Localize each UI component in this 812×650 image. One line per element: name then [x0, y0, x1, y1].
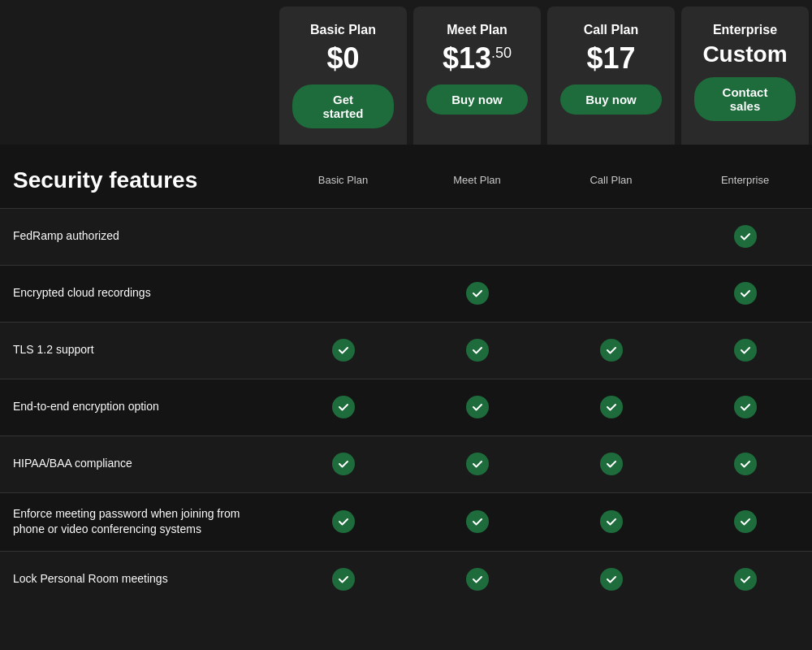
header-empty-cell — [0, 0, 276, 145]
check-icon — [734, 225, 757, 248]
table-row: Enforce meeting password when joining fr… — [0, 492, 812, 551]
feature-cell-5-3 — [678, 497, 812, 546]
table-row: TLS 1.2 support — [0, 322, 812, 379]
plan-price-meet: $13.50 — [426, 42, 528, 75]
check-icon — [734, 339, 757, 362]
feature-cell-1-0 — [276, 280, 410, 306]
table-row: Encrypted cloud recordings — [0, 265, 812, 322]
meet-buy-now-button[interactable]: Buy now — [426, 84, 528, 115]
feature-label-4: HIPAA/BAA compliance — [0, 443, 276, 485]
feature-cell-1-2 — [544, 280, 678, 306]
check-icon — [466, 339, 489, 362]
feature-cell-5-1 — [410, 497, 544, 546]
feature-cell-4-3 — [678, 440, 812, 488]
feature-cell-6-1 — [410, 555, 544, 604]
get-started-button[interactable]: Get started — [292, 84, 394, 128]
plan-price-call: $17 — [560, 42, 662, 75]
feature-label-0: FedRamp authorized — [0, 215, 276, 258]
table-row: End-to-end encryption option — [0, 379, 812, 436]
feature-cell-6-0 — [276, 555, 410, 604]
feature-cell-2-1 — [410, 326, 544, 375]
check-icon — [600, 568, 623, 591]
feature-cell-4-0 — [276, 440, 410, 488]
feature-cell-2-2 — [544, 326, 678, 375]
check-icon — [466, 396, 489, 418]
feature-cell-6-3 — [678, 555, 812, 604]
feature-cell-3-0 — [276, 383, 410, 431]
check-icon — [734, 396, 757, 418]
col-header-meet: Meet Plan — [410, 167, 544, 193]
check-icon — [332, 568, 355, 591]
feature-cell-2-0 — [276, 326, 410, 375]
plan-card-call: Call Plan $17 Buy now — [547, 6, 675, 145]
check-icon — [466, 282, 489, 305]
section-title: Security features — [0, 161, 276, 200]
plans-header: Basic Plan $0 Get started Meet Plan $13.… — [0, 0, 812, 145]
feature-label-6: Lock Personal Room meetings — [0, 558, 276, 600]
plan-name-call: Call Plan — [560, 23, 662, 37]
plan-name-meet: Meet Plan — [426, 23, 528, 37]
check-icon — [332, 396, 355, 418]
section-header: Security features Basic Plan Meet Plan C… — [0, 145, 812, 208]
plan-name-enterprise: Enterprise — [694, 23, 796, 37]
feature-cell-4-2 — [544, 440, 678, 488]
col-header-enterprise: Enterprise — [678, 167, 812, 193]
check-icon — [734, 510, 757, 533]
plan-name-basic: Basic Plan — [292, 23, 394, 37]
plan-price-basic: $0 — [292, 42, 394, 75]
table-row: HIPAA/BAA compliance — [0, 436, 812, 492]
feature-cell-1-3 — [678, 269, 812, 318]
feature-cell-0-0 — [276, 223, 410, 249]
feature-cell-0-3 — [678, 212, 812, 261]
check-icon — [466, 510, 489, 533]
feature-cell-3-3 — [678, 383, 812, 431]
col-header-call: Call Plan — [544, 167, 678, 193]
check-icon — [600, 339, 623, 362]
check-icon — [466, 568, 489, 591]
plan-price-enterprise: Custom — [694, 42, 796, 67]
check-icon — [600, 510, 623, 533]
check-icon — [734, 453, 757, 475]
check-icon — [332, 339, 355, 362]
features-table: FedRamp authorized Encrypted cloud recor… — [0, 208, 812, 608]
call-buy-now-button[interactable]: Buy now — [560, 84, 662, 115]
plan-card-enterprise: Enterprise Custom Contact sales — [681, 6, 809, 145]
feature-label-3: End-to-end encryption option — [0, 386, 276, 428]
table-row: Lock Personal Room meetings — [0, 551, 812, 608]
feature-cell-2-3 — [678, 326, 812, 375]
feature-cell-6-2 — [544, 555, 678, 604]
feature-cell-1-1 — [410, 269, 544, 318]
feature-cell-0-2 — [544, 223, 678, 249]
feature-cell-5-0 — [276, 497, 410, 546]
check-icon — [734, 568, 757, 591]
pricing-container: Basic Plan $0 Get started Meet Plan $13.… — [0, 0, 812, 608]
feature-cell-3-2 — [544, 383, 678, 431]
feature-cell-5-2 — [544, 497, 678, 546]
check-icon — [466, 453, 489, 475]
check-icon — [600, 396, 623, 418]
table-row: FedRamp authorized — [0, 208, 812, 265]
check-icon — [734, 282, 757, 305]
feature-label-2: TLS 1.2 support — [0, 329, 276, 371]
check-icon — [332, 453, 355, 475]
plan-card-basic: Basic Plan $0 Get started — [279, 6, 407, 145]
feature-cell-3-1 — [410, 383, 544, 431]
feature-cell-0-1 — [410, 223, 544, 249]
col-header-basic: Basic Plan — [276, 167, 410, 193]
feature-label-5: Enforce meeting password when joining fr… — [0, 493, 276, 551]
plan-card-meet: Meet Plan $13.50 Buy now — [413, 6, 541, 145]
feature-cell-4-1 — [410, 440, 544, 488]
feature-label-1: Encrypted cloud recordings — [0, 272, 276, 314]
check-icon — [600, 453, 623, 475]
check-icon — [332, 510, 355, 533]
contact-sales-button[interactable]: Contact sales — [694, 77, 796, 121]
